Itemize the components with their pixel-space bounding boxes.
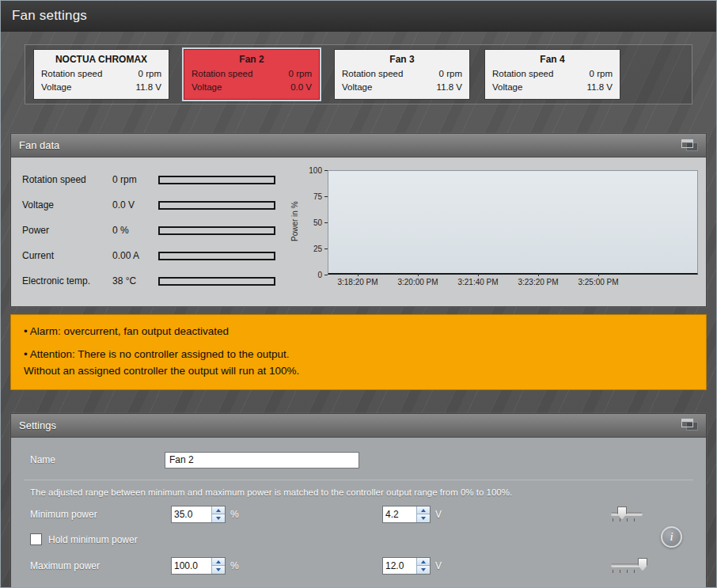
y-tick: 75 [313,192,328,200]
stepper-up-button[interactable] [212,506,225,515]
name-label: Name [30,454,165,465]
settings-body: Name The adjusted range between minimum … [11,438,706,588]
fan-data-panel: Fan data Rotation speed 0 rpm Voltage 0.… [10,133,707,307]
minimum-power-row: Minimum power % [30,506,687,523]
stepper-up-button[interactable] [212,558,225,567]
y-tick: 50 [313,218,328,226]
percent-unit-label: % [230,509,371,520]
min-power-percent-input[interactable] [172,506,211,522]
fan-card-row: Rotation speed 0 rpm [492,67,613,80]
chart-plot-area [328,170,698,275]
fan-name-input[interactable] [165,452,359,469]
max-power-volt-input[interactable] [383,558,416,574]
attention-message-continued: Without an assigned controller the outpu… [24,363,693,379]
fan-data-row-value: 0 rpm [112,174,158,185]
alarm-message: • Alarm: overcurrent, fan output deactiv… [24,324,693,340]
popout-window-icon[interactable] [681,419,698,431]
slider-ticks [613,518,641,522]
stepper-down-button[interactable] [212,514,225,522]
hold-minimum-power-checkbox[interactable] [30,533,42,545]
min-power-percent-stepper[interactable] [171,506,226,523]
volt-unit-label: V [435,560,576,571]
fan-card-title: NOCTUA CHROMAX [41,54,161,65]
max-power-slider[interactable] [611,558,643,574]
fan-data-row-label: Current [22,250,112,261]
x-tick: 3:20:00 PM [388,278,448,286]
stepper-up-button[interactable] [417,506,430,515]
power-history-chart: Power in % 100 75 50 25 0 3:18:20 PM [288,170,698,294]
fan-card-row-label: Voltage [192,81,222,93]
alert-banner: • Alarm: overcurrent, fan output deactiv… [10,314,707,390]
fan-data-row: Rotation speed 0 rpm [22,167,288,192]
chart-x-axis: 3:18:20 PM 3:20:00 PM 3:21:40 PM 3:23:20… [328,278,698,286]
stepper-buttons [211,558,225,574]
max-power-percent-input[interactable] [172,558,211,574]
stepper-down-button[interactable] [212,566,225,574]
power-range-group: The adjusted range between minimum and m… [24,480,693,581]
chart-main: 100 75 50 25 0 3:18:20 PM 3:20:00 PM 3:2… [301,170,698,294]
fan-card-noctua-chromax[interactable]: NOCTUA CHROMAX Rotation speed 0 rpm Volt… [33,49,169,99]
chart-plot-wrap: 100 75 50 25 0 [301,170,698,275]
fan-data-body: Rotation speed 0 rpm Voltage 0.0 V Power… [11,157,706,306]
fan-data-row: Electronic temp. 38 °C [22,268,288,294]
fan-card-row-label: Rotation speed [492,67,553,80]
popout-window-icon[interactable] [681,139,698,152]
fan-card-row-label: Rotation speed [41,67,102,80]
fan-card-fan-3[interactable]: Fan 3 Rotation speed 0 rpm Voltage 11.8 … [334,49,470,99]
popout-window-icon-front [681,139,693,148]
range-note: The adjusted range between minimum and m… [30,487,687,497]
volt-unit-label: V [435,509,576,520]
fan-card-row-value: 11.8 V [437,81,462,93]
fan-data-row-label: Voltage [22,199,112,211]
fan-data-row-value: 38 °C [112,275,158,286]
fan-card-row: Rotation speed 0 rpm [41,67,161,80]
slider-track[interactable] [611,512,643,515]
fan-data-row: Current 0.00 A [22,243,288,268]
fan-card-row-label: Rotation speed [192,67,252,80]
y-tick: 25 [313,245,328,252]
voltage-gauge [158,201,275,210]
fan-card-row-value: 0 rpm [439,67,462,80]
x-tick: 3:18:20 PM [328,278,388,286]
min-power-volt-input[interactable] [383,506,416,522]
fan-card-fan-4[interactable]: Fan 4 Rotation speed 0 rpm Voltage 11.8 … [484,49,620,99]
fan-card-title: Fan 3 [342,54,462,65]
fan-card-fan-2[interactable]: Fan 2 Rotation speed 0 rpm Voltage 0.0 V [184,49,320,99]
hold-minimum-power-label: Hold minimum power [48,534,138,545]
x-tick: 3:21:40 PM [448,278,508,286]
fan-data-panel-header: Fan data [11,134,706,157]
min-power-volt-stepper[interactable] [382,506,431,523]
fan-card-row-value: 0 rpm [590,67,613,80]
stepper-down-button[interactable] [417,566,430,574]
title-bar: Fan settings [1,1,716,32]
fan-data-gauges: Rotation speed 0 rpm Voltage 0.0 V Power… [22,167,288,294]
down-arrow-icon [421,568,426,571]
fan-card-row-value: 0.0 V [290,81,312,93]
min-power-slider[interactable] [611,506,643,522]
fan-cards-band: NOCTUA CHROMAX Rotation speed 0 rpm Volt… [25,44,692,104]
chart-y-axis-label: Power in % [288,170,301,273]
down-arrow-icon [421,517,426,520]
y-tick: 100 [309,166,328,174]
max-power-percent-stepper[interactable] [171,557,226,575]
max-power-volt-stepper[interactable] [382,557,431,575]
info-button[interactable]: i [661,526,682,548]
down-arrow-icon [216,517,221,520]
stepper-down-button[interactable] [417,514,430,522]
fan-data-panel-title: Fan data [19,139,59,151]
fan-data-row-value: 0.00 A [112,250,158,261]
fan-card-row: Rotation speed 0 rpm [342,67,462,80]
fan-data-row-value: 0 % [112,225,158,236]
up-arrow-icon [421,509,426,512]
attention-message: • Attention: There is no controller assi… [24,347,693,362]
up-arrow-icon [216,560,221,563]
fan-card-row-value: 11.8 V [587,81,613,93]
fan-card-row-label: Rotation speed [342,67,403,80]
current-gauge [158,252,275,260]
fan-data-row-label: Rotation speed [22,174,112,185]
stepper-up-button[interactable] [417,558,430,567]
fan-card-row: Voltage 0.0 V [192,81,312,93]
fan-data-row: Voltage 0.0 V [22,192,288,218]
settings-panel-header: Settings [11,414,706,438]
popout-window-icon-front [681,419,693,427]
